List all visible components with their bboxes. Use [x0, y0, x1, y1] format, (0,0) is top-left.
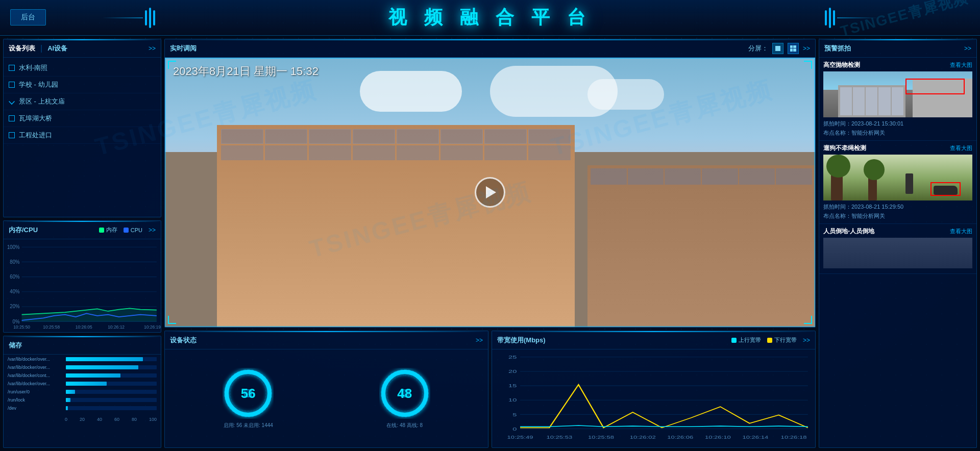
device-list-arrows[interactable]: >> [149, 45, 156, 52]
list-item[interactable]: 水利-南照 [4, 60, 161, 77]
alert-1-building [838, 85, 905, 117]
tab-separator: | [40, 44, 42, 53]
svg-text:80%: 80% [10, 259, 19, 265]
storage-row-4: /var/lib/docker/over... [8, 381, 157, 386]
deco-bar-tall-r [829, 8, 831, 28]
back-button[interactable]: 后台 [10, 9, 46, 26]
device-status-header: 设备状态 >> [165, 331, 488, 349]
svg-text:0: 0 [512, 426, 517, 432]
storage-title: 储存 [9, 341, 22, 350]
legend-memory-dot [99, 228, 104, 233]
x-label-100: 100 [149, 417, 157, 422]
alert-3-title: 人员倒地-人员倒地 [823, 227, 874, 236]
header-deco-left [102, 0, 155, 35]
win [397, 145, 439, 160]
alert-panel: 预警抓拍 >> 高空抛物检测 查看大图 [819, 39, 977, 448]
svg-text:5: 5 [512, 412, 517, 417]
header-title: 视 频 融 合 平 台 [388, 5, 592, 30]
w [892, 87, 903, 115]
bandwidth-chart-svg: 25 20 15 10 5 0 10:25:49 10:25:53 10:25 [495, 352, 812, 445]
svg-text:25: 25 [508, 354, 517, 360]
bottom-center-panels: 设备状态 >> [164, 331, 816, 448]
device-status-arrows[interactable]: >> [476, 337, 483, 344]
storage-row-5: /run/user/0 [8, 389, 157, 394]
quad-1 [790, 45, 793, 48]
storage-bar-fill-6 [66, 398, 70, 402]
list-item[interactable]: 景区 - 上杭文庙 [4, 93, 161, 110]
storage-panel-header: 储存 [4, 336, 161, 355]
alert-2-bg [823, 155, 972, 201]
storage-label-2: /var/lib/docker/over... [8, 365, 64, 370]
win-r [591, 168, 627, 185]
alert-1-info: 抓拍时间：2023-08-21 15:30:01 布点名称：智能分析网关 [823, 119, 972, 137]
svg-text:10:26:14: 10:26:14 [742, 435, 768, 439]
video-arrows[interactable]: >> [803, 45, 810, 52]
alert-item-2-header: 遛狗不牵绳检测 查看大图 [823, 144, 972, 153]
win [221, 145, 263, 160]
svg-text:10:25:58: 10:25:58 [43, 324, 60, 329]
cloud-1 [360, 71, 462, 112]
svg-text:10:25:49: 10:25:49 [507, 435, 533, 439]
svg-text:10:26:02: 10:26:02 [630, 435, 656, 439]
right-column: 预警抓拍 >> 高空抛物检测 查看大图 [819, 39, 977, 448]
alert-arrows[interactable]: >> [964, 45, 971, 52]
cpu-panel-header: 内存/CPU 内存 CPU >> [4, 221, 161, 239]
svg-text:10: 10 [508, 397, 517, 403]
bandwidth-arrows[interactable]: >> [803, 337, 810, 344]
storage-bar-bg-1 [66, 357, 157, 361]
alert-2-view-btn[interactable]: 查看大图 [950, 144, 972, 152]
gauge-2-container: 48 在线: 48 高线: 8 [379, 368, 430, 429]
tab-ai-device[interactable]: AI设备 [47, 44, 67, 53]
svg-text:10:26:18: 10:26:18 [781, 435, 807, 439]
alert-1-detection-box [905, 79, 965, 95]
device-name: 水利-南照 [19, 63, 47, 72]
win [265, 129, 307, 144]
w [853, 87, 865, 115]
alert-3-view-btn[interactable]: 查看大图 [950, 228, 972, 235]
alert-2-title: 遛狗不牵绳检测 [823, 144, 866, 153]
svg-text:10:26:12: 10:26:12 [108, 324, 125, 329]
x-label-0: 0 [65, 417, 67, 422]
tree-top-2 [864, 159, 885, 180]
list-item[interactable]: 工程处进口 [4, 127, 161, 144]
video-header: 实时调阅 分屏： >> [165, 39, 815, 58]
split-btn-4[interactable] [788, 43, 799, 54]
list-item[interactable]: 学校 - 幼儿园 [4, 77, 161, 93]
alert-item-1: 高空抛物检测 查看大图 [819, 58, 976, 141]
building-right-windows [587, 165, 815, 327]
svg-text:100%: 100% [7, 244, 20, 249]
svg-text:15: 15 [508, 383, 517, 389]
left-column: 设备列表 | AI设备 >> 水利-南照 学校 - 幼儿园 景区 - 上杭文庙 [3, 39, 161, 448]
win-r [739, 168, 775, 185]
storage-bar-bg-7 [66, 406, 157, 410]
alert-panel-header: 预警抓拍 >> [819, 39, 976, 58]
deco-bar-r [825, 10, 827, 26]
x-label-40: 40 [97, 417, 102, 422]
device-name-2: 学校 - 幼儿园 [19, 80, 58, 89]
svg-text:10:26:19: 10:26:19 [144, 324, 161, 329]
gauge-1-value: 56 [223, 368, 274, 419]
win [528, 129, 571, 144]
video-play-button[interactable] [475, 177, 505, 208]
legend-download-dot [767, 338, 772, 343]
svg-text:10:25:58: 10:25:58 [588, 435, 614, 439]
list-item[interactable]: 瓦埠湖大桥 [4, 110, 161, 127]
storage-bar-fill-4 [66, 382, 107, 386]
cpu-panel: 内存/CPU 内存 CPU >> [3, 220, 161, 333]
split-icon-quad [790, 45, 796, 52]
storage-label-7: /dev [8, 406, 64, 411]
win-r [702, 168, 738, 185]
device-status-content: 56 启用: 56 未启用: 1444 [165, 349, 488, 447]
alert-1-view-btn[interactable]: 查看大图 [950, 61, 972, 69]
legend-cpu-label: CPU [131, 227, 142, 233]
quad-3 [790, 48, 793, 52]
tab-device-list[interactable]: 设备列表 [9, 44, 35, 53]
cpu-title: 内存/CPU [9, 225, 38, 235]
video-content: 2023年8月21日 星期一 15:32 [165, 58, 815, 327]
device-status-panel: 设备状态 >> [164, 331, 488, 448]
deco-bar-tall [149, 8, 151, 28]
win [309, 145, 351, 160]
split-btn-1[interactable] [772, 43, 783, 54]
cpu-arrows[interactable]: >> [149, 227, 156, 234]
quad-4 [793, 48, 796, 52]
